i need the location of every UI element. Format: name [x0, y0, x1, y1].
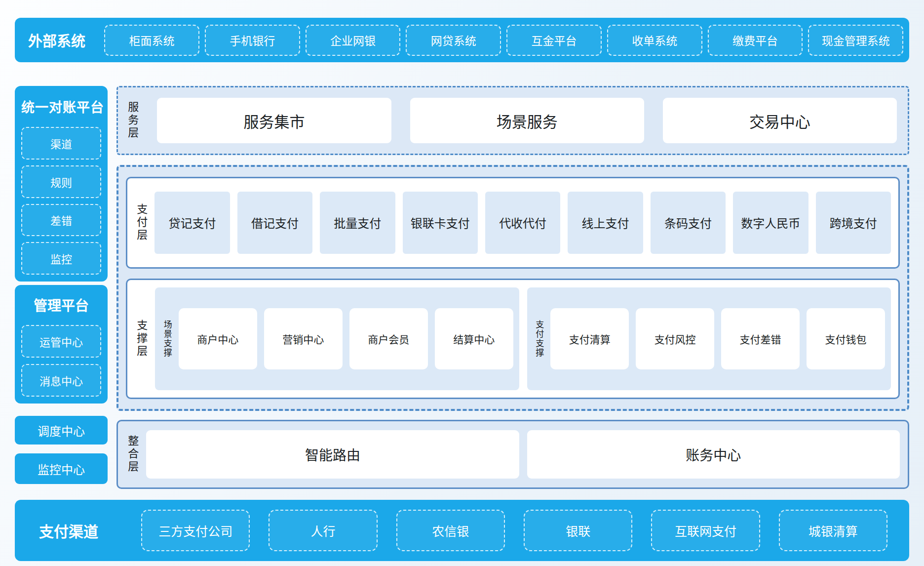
payment-channel-node: 农信银: [396, 510, 505, 551]
external-systems-label: 外部系统: [15, 30, 99, 50]
external-system-node: 互金平台: [506, 25, 602, 56]
support-node: 支付风控: [636, 308, 714, 369]
payment-node: 借记支付: [237, 192, 312, 254]
payment-channel-node: 人行: [269, 510, 377, 551]
left-sidebar: 统一对账平台 渠道 规则 差错 监控 管理平台 运管中心 消息中心 调度中心 监…: [15, 86, 108, 489]
integration-layer: 整合层 智能路由 账务中心: [116, 420, 909, 489]
support-node: 商户会员: [349, 308, 428, 369]
scenario-support-group: 场景支撑 商户中心 营销中心 商户会员 结算中心: [155, 287, 519, 390]
external-systems-bar: 外部系统 柜面系统 手机银行 企业网银 网贷系统 互金平台 收单系统 缴费平台 …: [15, 18, 909, 62]
support-node: 支付差错: [721, 308, 800, 369]
reconciliation-node: 渠道: [21, 127, 101, 160]
external-system-node: 现金管理系统: [808, 25, 903, 56]
reconciliation-platform-title: 统一对账平台: [21, 89, 101, 121]
service-node: 服务集市: [157, 98, 391, 143]
external-system-node: 网贷系统: [406, 25, 501, 56]
core-layers-wrapper: 支付层 贷记支付 借记支付 批量支付 银联卡支付 代收代付 线上支付 条码支付 …: [116, 165, 909, 411]
management-node: 运管中心: [21, 325, 101, 358]
external-system-node: 柜面系统: [104, 25, 199, 56]
payment-channel-node: 互联网支付: [651, 510, 760, 551]
payment-node: 代收代付: [485, 192, 560, 254]
service-node: 交易中心: [663, 98, 897, 143]
reconciliation-node: 差错: [21, 204, 101, 237]
payment-node: 跨境支付: [816, 192, 891, 254]
support-node: 营销中心: [264, 308, 343, 369]
payment-node: 银联卡支付: [403, 192, 478, 254]
support-layer-label: 支撑层: [135, 320, 147, 358]
payment-layer: 支付层 贷记支付 借记支付 批量支付 银联卡支付 代收代付 线上支付 条码支付 …: [126, 177, 900, 269]
service-layer: 服务层 服务集市 场景服务 交易中心: [116, 86, 909, 155]
external-system-node: 收单系统: [607, 25, 702, 56]
reconciliation-node: 监控: [21, 242, 101, 275]
payment-channel-node: 三方支付公司: [141, 510, 250, 551]
payment-support-group: 支付支撑 支付清算 支付风控 支付差错 支付钱包: [527, 287, 891, 390]
architecture-diagram: 外部系统 柜面系统 手机银行 企业网银 网贷系统 互金平台 收单系统 缴费平台 …: [0, 0, 924, 566]
payment-channels-label: 支付渠道: [15, 520, 122, 541]
payment-support-label: 支付支撑: [534, 320, 544, 358]
monitor-center-block: 监控中心: [15, 453, 108, 484]
integration-layer-label: 整合层: [126, 435, 138, 474]
integration-node: 智能路由: [146, 430, 519, 479]
external-system-node: 手机银行: [205, 25, 300, 56]
management-platform-title: 管理平台: [21, 288, 101, 319]
middle-region: 统一对账平台 渠道 规则 差错 监控 管理平台 运管中心 消息中心 调度中心 监…: [15, 86, 909, 489]
integration-node: 账务中心: [527, 430, 900, 479]
external-system-node: 缴费平台: [708, 25, 803, 56]
support-node: 结算中心: [435, 308, 513, 369]
support-node: 支付钱包: [807, 308, 885, 369]
payment-layer-label: 支付层: [135, 203, 147, 242]
dispatch-center-block: 调度中心: [15, 416, 108, 445]
support-node: 商户中心: [179, 308, 257, 369]
payment-node: 贷记支付: [154, 192, 230, 254]
payment-channels-bar: 支付渠道 三方支付公司 人行 农信银 银联 互联网支付 城银清算: [15, 500, 909, 561]
reconciliation-node: 规则: [21, 165, 101, 198]
payment-node: 数字人民币: [733, 192, 808, 254]
payment-node: 批量支付: [320, 192, 395, 254]
support-node: 支付清算: [550, 308, 629, 369]
service-layer-label: 服务层: [126, 101, 138, 140]
main-layers: 服务层 服务集市 场景服务 交易中心 支付层 贷记支付 借记支付 批量支付 银联…: [116, 86, 909, 489]
external-system-node: 企业网银: [306, 25, 401, 56]
payment-channel-node: 银联: [524, 510, 632, 551]
payment-node: 线上支付: [568, 192, 643, 254]
service-node: 场景服务: [410, 98, 644, 143]
reconciliation-platform-block: 统一对账平台 渠道 规则 差错 监控: [15, 86, 108, 282]
payment-node: 条码支付: [651, 192, 726, 254]
payment-channel-node: 城银清算: [779, 510, 887, 551]
support-layer: 支撑层 场景支撑 商户中心 营销中心 商户会员 结算中心 支付支撑 支付清算 支…: [126, 279, 900, 399]
scenario-support-label: 场景支撑: [162, 320, 172, 358]
management-platform-block: 管理平台 运管中心 消息中心: [15, 285, 108, 404]
management-node: 消息中心: [21, 364, 101, 397]
